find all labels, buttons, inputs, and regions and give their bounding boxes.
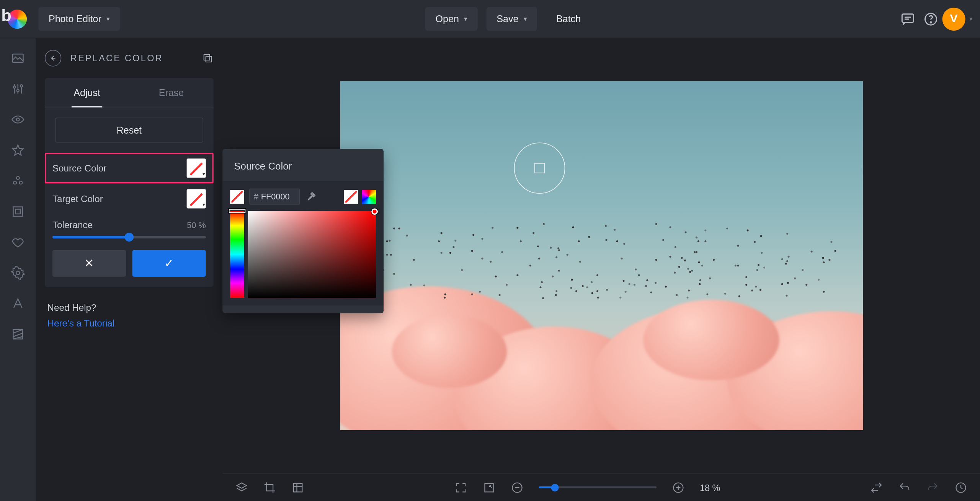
svg-rect-23 [206, 56, 212, 62]
svg-point-9 [13, 86, 16, 88]
svg-point-18 [16, 271, 20, 274]
frame-icon[interactable] [11, 204, 25, 219]
help-block: Need Help? Here's a Tutorial [45, 287, 214, 344]
text-icon[interactable] [11, 297, 25, 311]
chevron-down-icon[interactable]: ▾ [969, 15, 972, 22]
svg-rect-17 [16, 209, 20, 214]
main: REPLACE COLOR Adjust Erase Reset Source … [0, 38, 980, 501]
chevron-down-icon: ▾ [464, 15, 467, 22]
chevron-down-icon: ▾ [524, 15, 527, 22]
canvas-image[interactable] [340, 81, 863, 430]
compare-icon[interactable] [870, 481, 883, 494]
tab-erase[interactable]: Erase [129, 78, 213, 107]
svg-rect-16 [13, 207, 23, 216]
hue-slider[interactable] [230, 211, 244, 298]
saturation-box[interactable] [248, 211, 376, 298]
target-color-swatch[interactable]: ▾ [187, 189, 206, 208]
svg-point-14 [13, 181, 16, 184]
cancel-button[interactable]: ✕ [52, 250, 126, 277]
hex-prefix: # [250, 192, 261, 201]
zoom-out-button[interactable] [511, 481, 523, 494]
hex-input[interactable] [261, 189, 299, 204]
eyedropper-icon[interactable] [305, 191, 317, 202]
chevron-down-icon: ▾ [106, 15, 109, 22]
history-icon[interactable] [954, 481, 967, 494]
tab-adjust[interactable]: Adjust [45, 78, 129, 107]
mode-dropdown[interactable]: Photo Editor ▾ [38, 7, 120, 31]
bottom-toolbar: 18 % [222, 473, 980, 501]
crop-icon[interactable] [263, 481, 276, 494]
topbar: b Photo Editor ▾ Open ▾ Save ▾ Batch V ▾ [0, 0, 980, 38]
chat-icon[interactable] [896, 7, 919, 30]
redo-icon[interactable] [926, 481, 939, 494]
grid-icon[interactable] [292, 481, 304, 494]
source-color-row[interactable]: Source Color ▾ [45, 153, 214, 183]
batch-label: Batch [556, 13, 581, 24]
source-color-swatch[interactable]: ▾ [187, 158, 206, 178]
zoom-value: 18 % [700, 482, 720, 493]
svg-line-20 [13, 330, 23, 333]
svg-rect-0 [902, 14, 913, 22]
svg-point-13 [16, 176, 20, 180]
fit-icon[interactable] [454, 481, 467, 494]
svg-point-11 [20, 85, 23, 87]
target-color-row[interactable]: Target Color ▾ [45, 183, 214, 214]
svg-point-10 [17, 90, 19, 92]
svg-rect-24 [204, 54, 210, 60]
open-button[interactable]: Open ▾ [425, 7, 477, 31]
svg-point-12 [16, 118, 20, 121]
chevron-down-icon: ▾ [203, 171, 205, 177]
undo-icon[interactable] [898, 481, 911, 494]
actual-size-icon[interactable] [482, 481, 495, 494]
tolerance-label: Tolerance [52, 220, 182, 230]
svg-rect-28 [485, 483, 493, 491]
zoom-in-button[interactable] [671, 481, 684, 494]
no-color-swatch[interactable] [230, 189, 244, 204]
layers-icon[interactable] [235, 481, 248, 494]
rainbow-swatch[interactable] [362, 189, 376, 204]
svg-line-21 [13, 333, 23, 336]
avatar[interactable]: V [942, 7, 965, 30]
save-label: Save [497, 13, 518, 24]
sliders-icon[interactable] [11, 82, 25, 96]
popup-title: Source Color [222, 158, 384, 181]
eye-icon[interactable] [11, 113, 25, 127]
duplicate-icon[interactable] [202, 52, 214, 64]
transparent-swatch[interactable] [344, 189, 358, 204]
color-popup: Source Color # [222, 149, 384, 313]
saturation-handle[interactable] [371, 209, 378, 215]
help-question: Need Help? [47, 300, 211, 315]
tutorial-link[interactable]: Here's a Tutorial [47, 318, 115, 328]
svg-rect-25 [294, 483, 302, 491]
open-label: Open [436, 13, 459, 24]
zoom-slider[interactable] [539, 486, 656, 488]
tolerance-value: 50 % [187, 220, 206, 230]
help-icon[interactable] [919, 7, 942, 30]
avatar-initial: V [950, 12, 958, 26]
heart-icon[interactable] [11, 235, 25, 250]
apply-button[interactable]: ✓ [132, 250, 206, 277]
batch-button[interactable]: Batch [546, 7, 591, 31]
image-icon[interactable] [11, 51, 25, 65]
tolerance-slider[interactable] [52, 236, 206, 238]
gear-icon[interactable] [11, 266, 25, 280]
svg-point-15 [20, 181, 23, 184]
elements-icon[interactable] [11, 174, 25, 188]
mode-label: Photo Editor [49, 13, 101, 24]
slider-thumb[interactable] [551, 483, 559, 491]
toolstrip [0, 38, 36, 501]
target-color-label: Target Color [52, 194, 181, 204]
tabs: Adjust Erase [45, 78, 214, 108]
options-card: Adjust Erase Reset Source Color ▾ Target… [45, 78, 214, 287]
hue-handle[interactable] [229, 209, 245, 213]
panel-title: REPLACE COLOR [70, 53, 163, 64]
texture-icon[interactable] [11, 327, 25, 341]
chevron-down-icon: ▾ [203, 202, 205, 208]
source-color-label: Source Color [52, 163, 181, 173]
app-logo[interactable]: b [8, 9, 27, 28]
back-button[interactable] [45, 50, 61, 66]
reset-button[interactable]: Reset [55, 117, 203, 142]
slider-thumb[interactable] [125, 233, 134, 242]
star-icon[interactable] [11, 143, 25, 157]
save-button[interactable]: Save ▾ [487, 7, 537, 31]
